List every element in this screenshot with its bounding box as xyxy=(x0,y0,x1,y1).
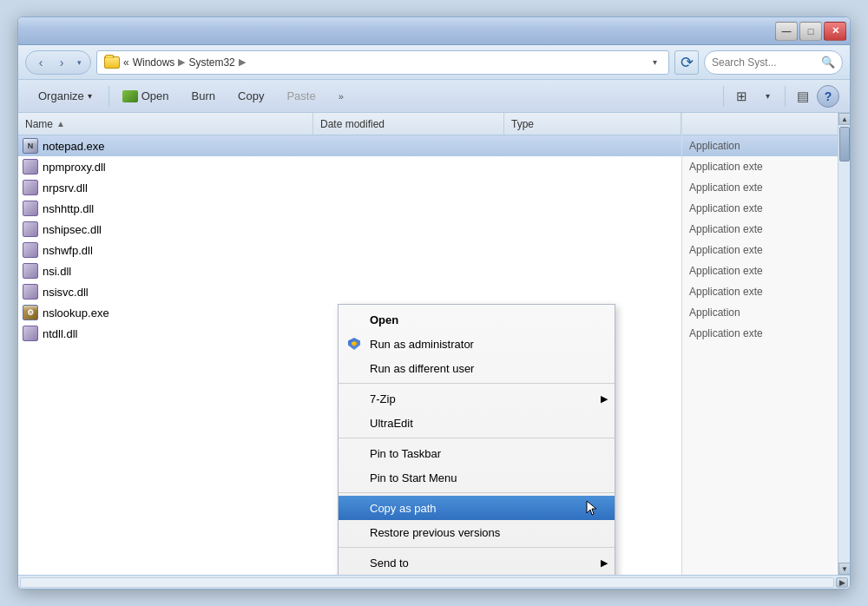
ctx-separator-1 xyxy=(339,383,615,384)
file-name-nshipsec: nshipsec.dll xyxy=(43,223,312,236)
view-dropdown-icon: ▾ xyxy=(766,91,770,101)
ctx-restore[interactable]: Restore previous versions xyxy=(339,520,615,544)
help-icon: ? xyxy=(825,89,832,103)
file-icon-ntdll xyxy=(22,326,39,341)
close-button[interactable]: ✕ xyxy=(824,22,846,41)
ctx-open[interactable]: Open xyxy=(339,307,615,332)
type-item-9: Application exte xyxy=(682,323,838,344)
h-scroll-right-arrow[interactable]: ▶ xyxy=(836,577,848,588)
toolbar-sep-preview xyxy=(785,86,786,107)
ctx-send-to[interactable]: Send to ▶ xyxy=(339,550,615,575)
window-controls: — □ ✕ xyxy=(775,22,846,41)
open-button[interactable]: Open xyxy=(116,84,179,109)
address-part-back: « xyxy=(123,56,129,69)
view-dropdown-button[interactable]: ▾ xyxy=(755,84,779,109)
view-button[interactable]: ⊞ xyxy=(729,84,753,109)
scroll-up-arrow[interactable]: ▲ xyxy=(838,113,850,125)
back-button[interactable]: ‹ xyxy=(31,53,50,72)
refresh-icon: ⟳ xyxy=(681,53,694,72)
organize-chevron: ▾ xyxy=(88,91,92,101)
file-icon-nshipsec xyxy=(22,221,39,237)
type-item-5: Application exte xyxy=(682,240,838,260)
header-name[interactable]: Name ▲ xyxy=(18,113,313,135)
address-text: « Windows ▶ System32 ▶ xyxy=(123,56,246,69)
file-item-nshipsec[interactable]: nshipsec.dll xyxy=(18,219,681,240)
ctx-run-admin[interactable]: Run as administrator xyxy=(339,332,615,356)
search-box[interactable]: 🔍 xyxy=(704,50,843,75)
address-dropdown-button[interactable]: ▾ xyxy=(648,53,661,72)
maximize-button[interactable]: □ xyxy=(799,22,822,41)
scroll-down-arrow[interactable]: ▼ xyxy=(838,563,850,575)
right-scrollbar[interactable]: ▲ ▼ xyxy=(838,113,850,575)
file-item-notepad[interactable]: N notepad.exe xyxy=(18,135,681,156)
paste-button[interactable]: Paste xyxy=(277,84,325,109)
file-icon-nshwfp xyxy=(22,242,39,258)
header-date-label: Date modified xyxy=(320,118,385,130)
organize-button[interactable]: Organize ▾ xyxy=(29,84,102,109)
address-sep2: ▶ xyxy=(239,56,246,68)
ctx-ultraedit-label: UltraEdit xyxy=(370,417,413,430)
preview-button[interactable]: ▤ xyxy=(791,84,815,109)
exe-icon-nslookup: ⚙ xyxy=(23,305,38,320)
type-item-7: Application exte xyxy=(682,281,838,302)
header-type[interactable]: Type xyxy=(504,113,681,135)
file-name-nshhttp: nshhttp.dll xyxy=(43,202,312,215)
preview-icon: ▤ xyxy=(797,89,809,104)
more-button[interactable]: » xyxy=(329,84,353,109)
ctx-pin-taskbar[interactable]: Pin to Taskbar xyxy=(339,441,615,465)
ctx-run-user[interactable]: Run as different user xyxy=(339,356,615,380)
ctx-open-label: Open xyxy=(370,313,398,326)
toolbar: Organize ▾ Open Burn Copy Paste » ⊞ ▾ xyxy=(18,80,850,113)
file-name-npmproxy: npmproxy.dll xyxy=(43,161,312,174)
view-icon: ⊞ xyxy=(736,89,747,104)
refresh-button[interactable]: ⟳ xyxy=(674,50,699,75)
header-type-label: Type xyxy=(511,118,534,130)
title-bar: — □ ✕ xyxy=(18,17,850,45)
scroll-track xyxy=(838,125,850,563)
ctx-7zip[interactable]: 7-Zip ▶ xyxy=(339,386,615,411)
sort-arrow-icon: ▲ xyxy=(56,119,65,128)
scroll-thumb[interactable] xyxy=(839,127,850,161)
file-icon-npmproxy xyxy=(22,159,39,175)
ctx-separator-2 xyxy=(339,438,615,438)
file-item-nrpsrv[interactable]: nrpsrv.dll xyxy=(18,177,681,198)
ctx-separator-3 xyxy=(339,492,615,493)
dll-icon-nrpsrv xyxy=(23,180,38,195)
context-menu: Open Run as administrator Run as differe… xyxy=(338,304,615,575)
file-name-nshwfp: nshwfp.dll xyxy=(43,244,312,257)
address-windows: Windows xyxy=(133,56,175,69)
file-item-npmproxy[interactable]: npmproxy.dll xyxy=(18,156,681,177)
address-bar[interactable]: « Windows ▶ System32 ▶ ▾ xyxy=(96,50,669,75)
burn-button[interactable]: Burn xyxy=(182,84,225,109)
view-controls: ⊞ ▾ ▤ ? xyxy=(720,84,839,109)
copy-button[interactable]: Copy xyxy=(228,84,273,109)
dll-icon-nshhttp xyxy=(23,201,38,216)
file-icon-nsi xyxy=(22,263,39,279)
more-label: » xyxy=(339,91,344,102)
forward-button[interactable]: › xyxy=(52,53,71,72)
bottom-scrollbar[interactable]: ▶ xyxy=(18,575,850,589)
file-item-nsisvc[interactable]: nsisvc.dll xyxy=(18,281,681,302)
ctx-pin-start[interactable]: Pin to Start Menu xyxy=(339,465,615,490)
file-item-nshhttp[interactable]: nshhttp.dll xyxy=(18,198,681,219)
file-name-nsi: nsi.dll xyxy=(43,265,312,278)
search-input[interactable] xyxy=(712,56,818,69)
exe-icon: N xyxy=(23,138,38,154)
ctx-copy-path-label: Copy as path xyxy=(370,502,437,515)
file-name-nrpsrv: nrpsrv.dll xyxy=(43,181,312,194)
type-items: Application Application exte Application… xyxy=(682,135,838,344)
ctx-ultraedit[interactable]: UltraEdit xyxy=(339,411,615,435)
file-name-nslookup: nslookup.exe xyxy=(43,306,312,319)
minimize-button[interactable]: — xyxy=(775,22,798,41)
type-item-4: Application exte xyxy=(682,219,838,240)
nav-dropdown-button[interactable]: ▾ xyxy=(73,53,85,72)
copy-label: Copy xyxy=(238,89,264,102)
help-button[interactable]: ? xyxy=(817,85,839,108)
ctx-pin-start-label: Pin to Start Menu xyxy=(370,471,457,484)
file-item-nshwfp[interactable]: nshwfp.dll xyxy=(18,240,681,260)
file-icon-notepad: N xyxy=(22,138,39,154)
file-item-nsi[interactable]: nsi.dll xyxy=(18,260,681,281)
ctx-copy-path[interactable]: Copy as path xyxy=(339,496,615,520)
svg-marker-0 xyxy=(587,501,596,515)
header-date[interactable]: Date modified xyxy=(313,113,504,135)
